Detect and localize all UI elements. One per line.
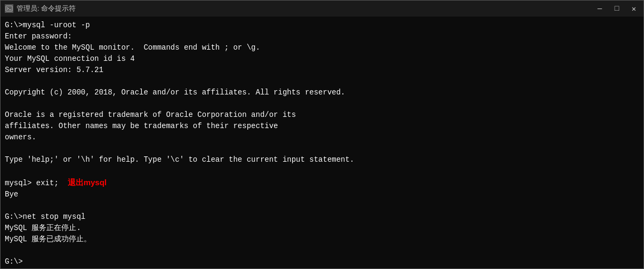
line-copyright: Copyright (c) 2000, 2018, Oracle and/or … (5, 87, 639, 98)
line-empty-4 (5, 165, 639, 177)
minimize-button[interactable]: — (594, 4, 605, 13)
line-empty-2 (5, 98, 639, 109)
terminal-window: 管理员: 命令提示符 — □ ✕ G:\>mysql -uroot -p Ent… (0, 0, 644, 269)
line-help: Type 'help;' or '\h' for help. Type '\c'… (5, 154, 639, 165)
line-cmd1: G:\>mysql -uroot -p (5, 20, 639, 31)
title-bar-controls: — □ ✕ (594, 4, 639, 13)
terminal-body[interactable]: G:\>mysql -uroot -p Enter password: Welc… (1, 17, 643, 268)
line-server-version: Server version: 5.7.21 (5, 65, 639, 76)
terminal-icon (5, 4, 13, 13)
line-enter-password: Enter password: (5, 31, 639, 42)
maximize-button[interactable]: □ (611, 4, 622, 13)
line-stopping: MySQL 服务正在停止. (5, 223, 639, 234)
line-net-stop: G:\>net stop mysql (5, 211, 639, 223)
line-empty-6 (5, 245, 639, 256)
line-oracle-2: affiliates. Other names may be trademark… (5, 121, 639, 132)
exit-annotation: 退出mysql (68, 177, 107, 189)
line-stopped: MySQL 服务已成功停止。 (5, 234, 639, 245)
line-empty-1 (5, 76, 639, 87)
line-connection-id: Your MySQL connection id is 4 (5, 53, 639, 65)
line-empty-5 (5, 200, 639, 211)
title-bar-text: 管理员: 命令提示符 (17, 4, 76, 13)
line-exit-cmd: mysql> exit; 退出mysql (5, 177, 639, 189)
line-oracle-1: Oracle is a registered trademark of Orac… (5, 109, 639, 121)
exit-command-text: mysql> exit; (5, 178, 68, 189)
line-bye: Bye (5, 189, 639, 200)
title-bar: 管理员: 命令提示符 — □ ✕ (1, 1, 643, 17)
line-oracle-3: owners. (5, 132, 639, 143)
line-empty-3 (5, 143, 639, 154)
close-button[interactable]: ✕ (629, 4, 639, 13)
line-final-prompt: G:\> (5, 256, 639, 267)
line-welcome: Welcome to the MySQL monitor. Commands e… (5, 42, 639, 53)
title-bar-left: 管理员: 命令提示符 (5, 4, 76, 13)
